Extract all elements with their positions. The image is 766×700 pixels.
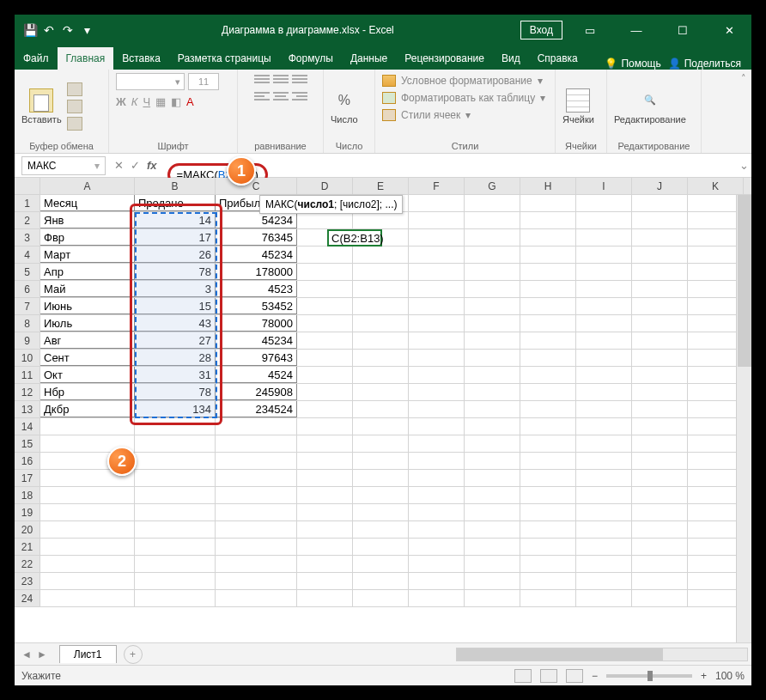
cell[interactable] [520,212,576,228]
cell[interactable] [465,556,520,572]
cell[interactable] [632,521,688,538]
cell[interactable]: Март [40,247,135,263]
cell[interactable] [216,521,297,538]
sheet-nav-prev-icon[interactable]: ◄ [21,648,32,660]
cell[interactable] [632,247,688,263]
cell[interactable] [353,264,409,280]
cell[interactable] [465,487,520,503]
cell[interactable] [409,384,465,400]
cell[interactable] [520,556,576,572]
cell[interactable] [520,281,576,297]
add-sheet-button[interactable]: + [124,645,143,664]
cell[interactable]: Авг [40,332,135,349]
row-header[interactable]: 21 [15,539,40,555]
row-header[interactable]: 5 [15,264,40,280]
align-left-icon[interactable] [254,90,270,102]
paste-button[interactable]: Вставить [21,88,62,125]
cell[interactable] [520,298,576,314]
cell[interactable]: Нбр [40,384,135,400]
cell[interactable] [465,539,520,555]
cell[interactable] [520,453,576,469]
cell[interactable] [135,539,216,555]
cell[interactable] [353,556,409,572]
cell[interactable]: 76345 [216,229,297,246]
cell[interactable] [297,384,353,400]
row-header[interactable]: 24 [15,590,40,606]
cell[interactable] [40,573,135,589]
cell[interactable] [353,401,409,417]
zoom-in-button[interactable]: + [701,670,707,682]
cell[interactable] [576,418,632,435]
tab-home[interactable]: Главная [58,47,114,70]
conditional-format-button[interactable]: Условное форматирование▾ [382,73,543,88]
cell[interactable] [353,590,409,606]
cell[interactable] [409,264,465,280]
cell[interactable] [576,195,632,211]
cell[interactable] [409,401,465,417]
cell[interactable] [632,418,688,435]
cell[interactable] [409,281,465,297]
row-header[interactable]: 11 [15,367,40,383]
cell-styles-button[interactable]: Стили ячеек▾ [382,107,471,123]
cell[interactable] [409,539,465,555]
cell[interactable] [465,195,520,211]
cell[interactable] [353,453,409,469]
sheet-nav-next-icon[interactable]: ► [37,648,47,660]
cell[interactable] [576,212,632,228]
cell[interactable] [576,281,632,297]
col-header[interactable]: B [135,178,216,194]
col-header[interactable]: F [409,178,465,194]
cell[interactable] [576,504,632,520]
cell[interactable] [520,590,576,606]
cell[interactable] [409,435,465,452]
number-format-button[interactable]: % Число [331,88,358,125]
row-header[interactable]: 22 [15,556,40,572]
row-header[interactable]: 7 [15,298,40,314]
underline-button[interactable]: Ч [143,95,150,108]
redo-icon[interactable]: ↷ [59,21,76,39]
cell[interactable] [520,264,576,280]
cell[interactable] [135,435,216,452]
cell[interactable] [409,247,465,263]
cell[interactable] [40,590,135,606]
cell[interactable] [297,573,353,589]
cell[interactable] [297,367,353,383]
copy-icon[interactable] [67,100,82,113]
cell[interactable] [353,298,409,314]
cell[interactable] [353,212,409,228]
cell[interactable] [135,521,216,538]
cell[interactable] [135,556,216,572]
cell[interactable]: Дкбр [40,401,135,417]
cell[interactable] [297,229,353,246]
signin-button[interactable]: Вход [520,21,562,40]
cell[interactable] [632,556,688,572]
cell[interactable]: 234524 [216,401,297,417]
share-button[interactable]: 👤Поделиться [668,58,741,70]
cell[interactable] [353,539,409,555]
cell[interactable]: 45234 [216,332,297,349]
bold-button[interactable]: Ж [116,95,126,108]
cell[interactable] [297,281,353,297]
ribbon-options-icon[interactable]: ▭ [571,17,609,43]
cell[interactable] [353,315,409,332]
cell[interactable] [632,401,688,417]
cell[interactable] [216,470,297,486]
align-bottom-icon[interactable] [292,73,307,85]
cell[interactable] [409,556,465,572]
page-layout-view-icon[interactable] [540,669,557,683]
cell[interactable] [520,350,576,366]
row-header[interactable]: 17 [15,470,40,486]
cell[interactable] [576,367,632,383]
cell[interactable] [520,470,576,486]
cell[interactable] [409,521,465,538]
cell[interactable]: 53452 [216,298,297,314]
cell[interactable] [297,315,353,332]
cell[interactable] [576,247,632,263]
cell[interactable] [409,573,465,589]
cell[interactable] [353,332,409,349]
cell[interactable] [520,229,576,246]
cell[interactable] [632,350,688,366]
cell[interactable]: 27 [135,332,216,349]
cell[interactable] [297,247,353,263]
cell[interactable] [297,504,353,520]
